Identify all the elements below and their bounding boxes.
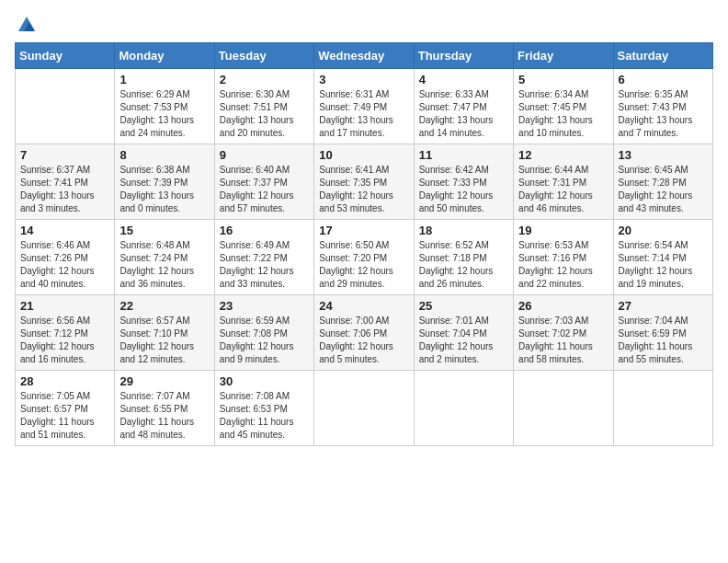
day-number: 14 bbox=[20, 224, 109, 237]
calendar-cell: 19Sunrise: 6:53 AMSunset: 7:16 PMDayligh… bbox=[514, 220, 613, 295]
calendar-cell: 11Sunrise: 6:42 AMSunset: 7:33 PMDayligh… bbox=[414, 144, 513, 220]
day-number: 4 bbox=[419, 73, 508, 86]
day-info: Sunrise: 6:56 AMSunset: 7:12 PMDaylight:… bbox=[20, 315, 109, 366]
calendar-cell: 7Sunrise: 6:37 AMSunset: 7:41 PMDaylight… bbox=[16, 144, 115, 220]
column-header-thursday: Thursday bbox=[414, 43, 513, 69]
calendar-cell: 6Sunrise: 6:35 AMSunset: 7:43 PMDaylight… bbox=[613, 69, 712, 144]
calendar-cell: 20Sunrise: 6:54 AMSunset: 7:14 PMDayligh… bbox=[613, 220, 712, 295]
calendar-cell: 22Sunrise: 6:57 AMSunset: 7:10 PMDayligh… bbox=[115, 295, 214, 371]
calendar-cell: 13Sunrise: 6:45 AMSunset: 7:28 PMDayligh… bbox=[613, 144, 712, 220]
calendar-week-row: 28Sunrise: 7:05 AMSunset: 6:57 PMDayligh… bbox=[16, 371, 713, 446]
day-info: Sunrise: 6:45 AMSunset: 7:28 PMDaylight:… bbox=[619, 164, 708, 215]
calendar-cell: 28Sunrise: 7:05 AMSunset: 6:57 PMDayligh… bbox=[16, 371, 115, 446]
day-info: Sunrise: 6:38 AMSunset: 7:39 PMDaylight:… bbox=[119, 164, 209, 215]
day-number: 30 bbox=[220, 374, 309, 388]
calendar-week-row: 14Sunrise: 6:46 AMSunset: 7:26 PMDayligh… bbox=[16, 220, 713, 295]
day-number: 3 bbox=[319, 73, 408, 86]
column-header-monday: Monday bbox=[115, 43, 214, 69]
calendar-cell bbox=[414, 371, 513, 446]
calendar-cell: 4Sunrise: 6:33 AMSunset: 7:47 PMDaylight… bbox=[414, 69, 513, 144]
day-number: 22 bbox=[119, 299, 209, 313]
day-info: Sunrise: 6:29 AMSunset: 7:53 PMDaylight:… bbox=[119, 88, 209, 140]
day-info: Sunrise: 7:08 AMSunset: 6:53 PMDaylight:… bbox=[220, 390, 309, 442]
logo bbox=[15, 15, 37, 35]
calendar-cell: 17Sunrise: 6:50 AMSunset: 7:20 PMDayligh… bbox=[314, 220, 414, 295]
day-number: 16 bbox=[220, 224, 309, 237]
day-info: Sunrise: 6:31 AMSunset: 7:49 PMDaylight:… bbox=[319, 88, 408, 140]
day-number: 6 bbox=[619, 73, 708, 86]
column-header-wednesday: Wednesday bbox=[314, 43, 414, 69]
day-number: 25 bbox=[419, 299, 508, 313]
day-number: 26 bbox=[518, 299, 608, 313]
day-info: Sunrise: 6:48 AMSunset: 7:24 PMDaylight:… bbox=[119, 239, 209, 291]
day-info: Sunrise: 6:37 AMSunset: 7:41 PMDaylight:… bbox=[20, 164, 109, 215]
day-number: 17 bbox=[319, 224, 408, 237]
day-number: 9 bbox=[220, 148, 309, 162]
day-number: 18 bbox=[419, 224, 508, 237]
calendar-week-row: 1Sunrise: 6:29 AMSunset: 7:53 PMDaylight… bbox=[16, 69, 713, 144]
calendar-cell: 16Sunrise: 6:49 AMSunset: 7:22 PMDayligh… bbox=[214, 220, 313, 295]
day-number: 28 bbox=[20, 374, 109, 388]
calendar-cell bbox=[314, 371, 414, 446]
calendar-cell: 24Sunrise: 7:00 AMSunset: 7:06 PMDayligh… bbox=[314, 295, 414, 371]
calendar-cell: 30Sunrise: 7:08 AMSunset: 6:53 PMDayligh… bbox=[214, 371, 313, 446]
day-info: Sunrise: 7:04 AMSunset: 6:59 PMDaylight:… bbox=[619, 315, 708, 366]
calendar-cell: 25Sunrise: 7:01 AMSunset: 7:04 PMDayligh… bbox=[414, 295, 513, 371]
day-info: Sunrise: 6:40 AMSunset: 7:37 PMDaylight:… bbox=[220, 164, 309, 215]
day-number: 11 bbox=[419, 148, 508, 162]
logo-icon bbox=[17, 15, 37, 35]
day-info: Sunrise: 6:54 AMSunset: 7:14 PMDaylight:… bbox=[619, 239, 708, 291]
calendar-cell: 5Sunrise: 6:34 AMSunset: 7:45 PMDaylight… bbox=[514, 69, 613, 144]
calendar-cell: 23Sunrise: 6:59 AMSunset: 7:08 PMDayligh… bbox=[214, 295, 313, 371]
calendar-cell: 2Sunrise: 6:30 AMSunset: 7:51 PMDaylight… bbox=[214, 69, 313, 144]
day-info: Sunrise: 6:30 AMSunset: 7:51 PMDaylight:… bbox=[220, 88, 309, 140]
day-info: Sunrise: 6:46 AMSunset: 7:26 PMDaylight:… bbox=[20, 239, 109, 291]
day-number: 10 bbox=[319, 148, 408, 162]
calendar-cell: 18Sunrise: 6:52 AMSunset: 7:18 PMDayligh… bbox=[414, 220, 513, 295]
page-header bbox=[15, 15, 713, 35]
calendar-cell bbox=[16, 69, 115, 144]
day-info: Sunrise: 6:42 AMSunset: 7:33 PMDaylight:… bbox=[419, 164, 508, 215]
calendar-week-row: 21Sunrise: 6:56 AMSunset: 7:12 PMDayligh… bbox=[16, 295, 713, 371]
calendar-cell bbox=[613, 371, 712, 446]
calendar-cell: 9Sunrise: 6:40 AMSunset: 7:37 PMDaylight… bbox=[214, 144, 313, 220]
day-number: 13 bbox=[619, 148, 708, 162]
day-info: Sunrise: 6:50 AMSunset: 7:20 PMDaylight:… bbox=[319, 239, 408, 291]
calendar-cell: 8Sunrise: 6:38 AMSunset: 7:39 PMDaylight… bbox=[115, 144, 214, 220]
day-info: Sunrise: 6:52 AMSunset: 7:18 PMDaylight:… bbox=[419, 239, 508, 291]
day-info: Sunrise: 6:41 AMSunset: 7:35 PMDaylight:… bbox=[319, 164, 408, 215]
calendar-cell: 12Sunrise: 6:44 AMSunset: 7:31 PMDayligh… bbox=[514, 144, 613, 220]
day-number: 1 bbox=[119, 73, 209, 86]
calendar-cell: 1Sunrise: 6:29 AMSunset: 7:53 PMDaylight… bbox=[115, 69, 214, 144]
calendar-cell: 27Sunrise: 7:04 AMSunset: 6:59 PMDayligh… bbox=[613, 295, 712, 371]
day-number: 12 bbox=[518, 148, 608, 162]
calendar-cell: 15Sunrise: 6:48 AMSunset: 7:24 PMDayligh… bbox=[115, 220, 214, 295]
day-info: Sunrise: 6:33 AMSunset: 7:47 PMDaylight:… bbox=[419, 88, 508, 140]
day-number: 29 bbox=[119, 374, 209, 388]
day-info: Sunrise: 7:03 AMSunset: 7:02 PMDaylight:… bbox=[518, 315, 608, 366]
day-number: 2 bbox=[220, 73, 309, 86]
day-info: Sunrise: 7:05 AMSunset: 6:57 PMDaylight:… bbox=[20, 390, 109, 442]
calendar-week-row: 7Sunrise: 6:37 AMSunset: 7:41 PMDaylight… bbox=[16, 144, 713, 220]
day-number: 24 bbox=[319, 299, 408, 313]
day-info: Sunrise: 6:35 AMSunset: 7:43 PMDaylight:… bbox=[619, 88, 708, 140]
day-info: Sunrise: 7:00 AMSunset: 7:06 PMDaylight:… bbox=[319, 315, 408, 366]
calendar-cell: 14Sunrise: 6:46 AMSunset: 7:26 PMDayligh… bbox=[16, 220, 115, 295]
day-info: Sunrise: 6:44 AMSunset: 7:31 PMDaylight:… bbox=[518, 164, 608, 215]
day-info: Sunrise: 6:59 AMSunset: 7:08 PMDaylight:… bbox=[220, 315, 309, 366]
calendar-cell: 21Sunrise: 6:56 AMSunset: 7:12 PMDayligh… bbox=[16, 295, 115, 371]
day-number: 19 bbox=[518, 224, 608, 237]
calendar-cell: 10Sunrise: 6:41 AMSunset: 7:35 PMDayligh… bbox=[314, 144, 414, 220]
column-header-tuesday: Tuesday bbox=[214, 43, 313, 69]
day-number: 8 bbox=[119, 148, 209, 162]
day-number: 27 bbox=[619, 299, 708, 313]
day-number: 21 bbox=[20, 299, 109, 313]
day-number: 7 bbox=[20, 148, 109, 162]
day-info: Sunrise: 6:49 AMSunset: 7:22 PMDaylight:… bbox=[220, 239, 309, 291]
column-header-saturday: Saturday bbox=[613, 43, 712, 69]
column-header-friday: Friday bbox=[514, 43, 613, 69]
day-number: 15 bbox=[119, 224, 209, 237]
calendar-cell: 29Sunrise: 7:07 AMSunset: 6:55 PMDayligh… bbox=[115, 371, 214, 446]
day-info: Sunrise: 6:53 AMSunset: 7:16 PMDaylight:… bbox=[518, 239, 608, 291]
calendar-cell: 3Sunrise: 6:31 AMSunset: 7:49 PMDaylight… bbox=[314, 69, 414, 144]
